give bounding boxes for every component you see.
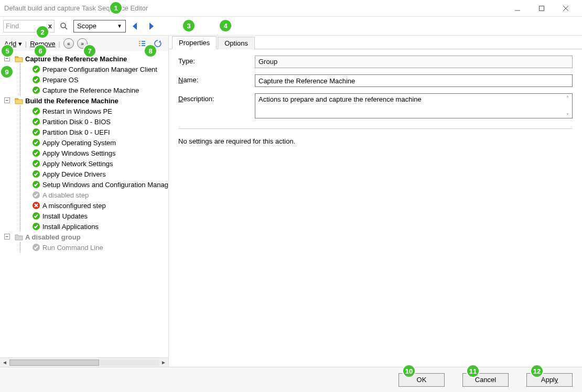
- scope-dropdown[interactable]: Scope ▼: [73, 20, 126, 32]
- tree-step-label: Install Applications: [42, 223, 99, 231]
- scroll-up-icon[interactable]: ˄: [563, 94, 572, 102]
- callout-9: 9: [1, 66, 13, 78]
- nav-forward-button[interactable]: [145, 20, 157, 32]
- check-icon: [32, 128, 40, 136]
- check-icon: [32, 117, 40, 126]
- tree-step[interactable]: Apply Device Drivers: [32, 169, 168, 179]
- main-body: Add ▾ | Remove | « » −Capture the Refere…: [0, 36, 582, 367]
- tab-strip: Properties Options: [169, 36, 582, 49]
- callout-10: 10: [403, 365, 415, 377]
- svg-rect-16: [15, 99, 18, 100]
- search-icon[interactable]: [58, 20, 70, 32]
- scroll-right-icon[interactable]: ►: [161, 360, 166, 365]
- expander-icon[interactable]: −: [4, 97, 10, 103]
- tree-step[interactable]: A disabled step: [32, 190, 168, 200]
- scroll-left-icon[interactable]: ◄: [2, 360, 7, 365]
- tree-step[interactable]: Install Updates: [32, 211, 168, 221]
- nav-back-button[interactable]: [129, 20, 142, 32]
- type-label: Type:: [178, 56, 246, 65]
- divider: [178, 128, 573, 129]
- svg-rect-8: [139, 45, 141, 46]
- tree-group[interactable]: A disabled group: [15, 232, 168, 242]
- check-icon: [32, 75, 40, 84]
- tree-step-label: Prepare Configuration Manager Client: [42, 66, 157, 73]
- no-settings-note: No settings are required for this action…: [178, 135, 573, 145]
- svg-rect-12: [15, 57, 18, 58]
- move-up-button[interactable]: «: [63, 38, 74, 49]
- find-clear-button[interactable]: x: [48, 22, 52, 30]
- check-icon: [32, 138, 40, 147]
- tree-step-label: A disabled step: [42, 191, 89, 199]
- callout-5: 5: [2, 45, 13, 57]
- check-icon: [32, 159, 40, 168]
- callout-1: 1: [110, 2, 122, 14]
- expander-icon[interactable]: −: [4, 234, 10, 239]
- folder-disabled-icon: [15, 233, 23, 241]
- tree-step[interactable]: Apply Operating System: [32, 137, 168, 148]
- scroll-down-icon[interactable]: ˅: [563, 111, 572, 119]
- check-icon: [32, 149, 40, 157]
- tree-step[interactable]: A misconfigured step: [32, 200, 168, 211]
- tree-group[interactable]: Build the Reference Machine: [15, 95, 168, 106]
- name-input[interactable]: [255, 74, 573, 87]
- description-input[interactable]: [255, 93, 573, 118]
- svg-rect-9: [142, 41, 145, 42]
- callout-6: 6: [35, 45, 46, 57]
- separator: |: [59, 40, 60, 48]
- title-bar: Default build and capture Task Sequence …: [0, 0, 582, 17]
- scroll-thumb[interactable]: [9, 360, 99, 366]
- disabled-check-icon: [32, 191, 40, 199]
- callout-4: 4: [220, 20, 231, 31]
- scroll-track[interactable]: [9, 360, 159, 366]
- svg-rect-11: [142, 45, 145, 46]
- svg-rect-1: [540, 6, 544, 10]
- task-tree[interactable]: −Capture the Reference MachinePrepare Co…: [0, 51, 168, 357]
- tree-step[interactable]: Restart in Windows PE: [32, 106, 168, 116]
- check-icon: [32, 170, 40, 178]
- minimize-button[interactable]: [505, 2, 530, 15]
- tree-step-label: Apply Operating System: [42, 139, 116, 147]
- tree-step[interactable]: Partition Disk 0 - UEFI: [32, 127, 168, 137]
- tree-step-label: Partition Disk 0 - UEFI: [42, 128, 110, 136]
- folder-icon: [15, 55, 23, 63]
- check-icon: [32, 86, 40, 94]
- tab-properties[interactable]: Properties: [172, 36, 217, 49]
- dialog-footer: OK Cancel Apply: [0, 367, 582, 392]
- tree-step[interactable]: Apply Network Settings: [32, 158, 168, 169]
- tab-options[interactable]: Options: [218, 37, 255, 49]
- folder-icon: [15, 96, 23, 105]
- svg-rect-10: [142, 43, 145, 44]
- check-icon: [32, 212, 40, 220]
- tree-step[interactable]: Run Command Line: [32, 242, 168, 253]
- tree-step[interactable]: Capture the Reference Machine: [32, 85, 168, 95]
- tree-step-label: Apply Network Settings: [42, 160, 113, 168]
- check-icon: [32, 222, 40, 231]
- svg-point-4: [61, 23, 66, 28]
- tree-step-label: Prepare OS: [42, 76, 79, 84]
- check-icon: [32, 65, 40, 73]
- callout-7: 7: [84, 45, 95, 57]
- window-title: Default build and capture Task Sequence …: [4, 4, 505, 12]
- callout-3: 3: [183, 20, 195, 31]
- description-label: Description:: [178, 93, 246, 103]
- error-icon: [32, 201, 40, 210]
- chevron-down-icon: ▼: [117, 23, 122, 29]
- tree-step[interactable]: Setup Windows and Configuration Manager: [32, 179, 168, 190]
- tree-step-label: A misconfigured step: [42, 202, 106, 210]
- horizontal-scrollbar[interactable]: ◄ ►: [0, 357, 168, 367]
- tree-step-label: Apply Windows Settings: [42, 149, 115, 157]
- tree-step[interactable]: Prepare Configuration Manager Client: [32, 64, 168, 74]
- close-button[interactable]: [554, 2, 578, 15]
- separator: |: [25, 40, 27, 48]
- name-label: Name:: [178, 74, 246, 84]
- disabled-check-icon: [32, 243, 40, 252]
- textarea-scrollbar[interactable]: ˄ ˅: [563, 94, 572, 119]
- tree-step[interactable]: Apply Windows Settings: [32, 148, 168, 158]
- properties-form: Type: Group Name: Description: ˄ ˅ No se…: [169, 49, 582, 151]
- tree-step[interactable]: Install Applications: [32, 221, 168, 232]
- callout-11: 11: [467, 365, 479, 377]
- maximize-button[interactable]: [530, 2, 554, 15]
- tree-step-label: Run Command Line: [42, 244, 103, 252]
- tree-step[interactable]: Partition Disk 0 - BIOS: [32, 116, 168, 127]
- tree-step[interactable]: Prepare OS: [32, 74, 168, 85]
